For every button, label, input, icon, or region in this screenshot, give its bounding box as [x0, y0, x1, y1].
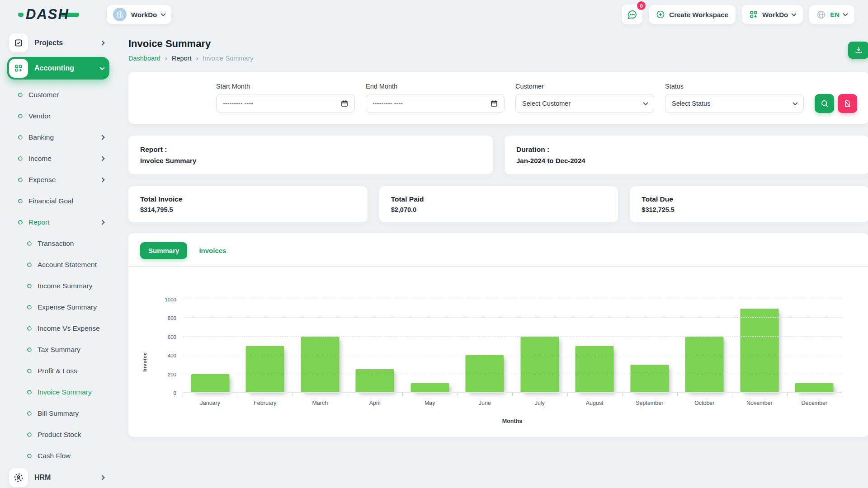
x-axis-labels: JanuaryFebruaryMarchAprilMayJuneJulyAugu…: [183, 400, 842, 406]
sidebar-item-label: Income: [28, 155, 52, 163]
sidebar-item-income[interactable]: Income: [7, 148, 109, 169]
file-slash-icon: [844, 100, 851, 108]
sidebar-item-accounting[interactable]: Accounting: [7, 57, 109, 80]
bar-column-march: [292, 299, 348, 393]
language-selector[interactable]: EN: [809, 5, 854, 24]
sidebar-item-vendor[interactable]: Vendor: [7, 105, 109, 127]
bullet-ring-icon: [27, 283, 32, 288]
bar-may[interactable]: [410, 383, 449, 393]
axis-tick: [348, 393, 348, 396]
end-month-input[interactable]: --------- ----: [366, 94, 505, 113]
sidebar-item-projects[interactable]: Projects: [7, 32, 109, 54]
total-due-value: $312,725.5: [642, 206, 857, 213]
workspace-menu-button[interactable]: WorkDo: [742, 5, 803, 24]
report-card: Report : Invoice Summary: [128, 136, 493, 174]
bar-column-may: [402, 299, 458, 393]
duration-value: Jan-2024 to Dec-2024: [516, 157, 857, 164]
sidebar-item-hrm[interactable]: HRM: [7, 466, 109, 488]
chevron-down-icon: [791, 11, 796, 16]
apply-filter-button[interactable]: [815, 94, 834, 113]
globe-icon: [816, 10, 826, 19]
status-selected-value: Select Status: [672, 100, 793, 107]
customer-select[interactable]: Select Customer: [515, 94, 654, 113]
sidebar-item-label: Report: [28, 218, 50, 226]
bar-february[interactable]: [246, 346, 284, 393]
y-tick-800: 800: [168, 315, 176, 321]
axis-tick: [732, 393, 732, 396]
sidebar-item-profit-loss[interactable]: Profit & Loss: [7, 360, 109, 381]
create-workspace-label: Create Workspace: [669, 11, 728, 19]
sidebar-item-expense[interactable]: Expense: [7, 169, 109, 190]
sidebar-item-label: Vendor: [28, 112, 51, 120]
bar-column-august: [567, 299, 623, 393]
breadcrumb: Dashboard›Report›Invoice Summary: [128, 54, 253, 62]
sidebar-item-income-vs-expense[interactable]: Income Vs Expense: [7, 318, 109, 339]
sidebar-item-transaction[interactable]: Transaction: [7, 233, 109, 254]
bar-august[interactable]: [576, 346, 614, 393]
download-button[interactable]: [848, 42, 868, 59]
bar-november[interactable]: [740, 309, 778, 393]
bullet-ring-icon: [27, 368, 32, 373]
create-workspace-button[interactable]: Create Workspace: [649, 5, 736, 24]
breadcrumb-separator: ›: [165, 54, 167, 62]
breadcrumb-item-dashboard[interactable]: Dashboard: [128, 55, 160, 62]
x-tick-august: August: [567, 400, 623, 406]
bar-column-september: [622, 299, 677, 393]
main-content: Invoice Summary Dashboard›Report›Invoice…: [116, 29, 868, 488]
bar-december[interactable]: [795, 383, 834, 393]
logo-dot-icon: [18, 13, 24, 17]
sidebar-item-bill-summary[interactable]: Bill Summary: [7, 403, 109, 424]
sidebar-item-invoice-summary[interactable]: Invoice Summary: [7, 381, 109, 403]
start-month-input[interactable]: --------- ----: [216, 94, 355, 113]
projects-icon: [9, 33, 28, 52]
reset-filter-button[interactable]: [838, 94, 857, 113]
sidebar-item-income-summary[interactable]: Income Summary: [7, 275, 109, 296]
bar-column-april: [348, 299, 403, 393]
brand-logo[interactable]: DASH: [18, 6, 107, 23]
bar-march[interactable]: [301, 337, 339, 393]
sidebar-item-financial-goal[interactable]: Financial Goal: [7, 190, 109, 211]
sidebar-item-label: Income Summary: [38, 282, 92, 290]
breadcrumb-item-report[interactable]: Report: [172, 55, 192, 62]
sidebar-item-expense-summary[interactable]: Expense Summary: [7, 296, 109, 318]
bar-april[interactable]: [356, 369, 394, 393]
arrow-down-tray-icon: [854, 46, 863, 54]
axis-tick: [183, 393, 183, 396]
sidebar-item-tax-summary[interactable]: Tax Summary: [7, 339, 109, 360]
chevron-down-icon: [161, 11, 166, 16]
bullet-ring-icon: [18, 155, 23, 161]
sidebar-item-customer[interactable]: Customer: [7, 84, 109, 105]
axis-tick: [458, 393, 458, 396]
total-due-card: Total Due$312,725.5: [630, 186, 868, 222]
bullet-ring-icon: [18, 113, 23, 118]
workspace-switcher[interactable]: WorkDo: [107, 5, 171, 24]
filter-card: Start Month --------- ---- End Month ---…: [128, 72, 868, 124]
x-tick-april: April: [348, 400, 403, 406]
gridline-400: [183, 355, 842, 355]
sidebar-item-report[interactable]: Report: [7, 211, 109, 233]
bar-column-february: [238, 299, 293, 393]
tab-summary[interactable]: Summary: [140, 242, 187, 259]
bar-september[interactable]: [630, 365, 669, 393]
sidebar-item-product-stock[interactable]: Product Stock: [7, 424, 109, 445]
chart-plot: 02004006008001000: [183, 299, 842, 393]
chevron-down-icon: [793, 100, 797, 105]
bar-january[interactable]: [191, 374, 229, 393]
messages-button[interactable]: 0: [622, 5, 642, 24]
axis-tick: [402, 393, 403, 396]
status-select[interactable]: Select Status: [665, 94, 804, 113]
customer-group: Customer Select Customer: [515, 83, 654, 113]
bar-column-december: [787, 299, 842, 393]
bar-july[interactable]: [520, 337, 559, 393]
sidebar-item-label: Expense Summary: [38, 303, 97, 311]
sidebar-item-banking[interactable]: Banking: [7, 127, 109, 148]
tab-invoices[interactable]: Invoices: [191, 242, 234, 259]
y-tick-0: 0: [174, 390, 176, 396]
x-tick-september: September: [622, 400, 677, 406]
chevron-right-icon: [99, 156, 104, 161]
y-tick-400: 400: [168, 353, 176, 358]
sidebar-item-cash-flow[interactable]: Cash Flow: [7, 445, 109, 466]
bar-october[interactable]: [685, 337, 724, 393]
bullet-ring-icon: [27, 432, 32, 437]
sidebar-item-account-statement[interactable]: Account Statement: [7, 254, 109, 275]
